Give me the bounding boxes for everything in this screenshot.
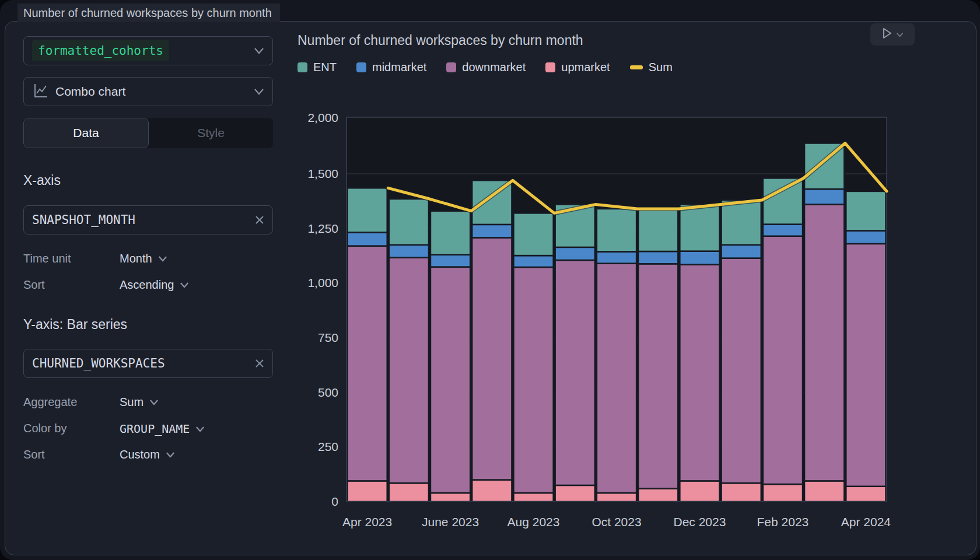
combo-chart-icon [32,82,48,101]
legend-box-swatch [356,62,366,72]
svg-text:1,500: 1,500 [307,167,338,180]
clear-field-icon[interactable] [255,359,264,368]
svg-text:Dec 2023: Dec 2023 [674,515,726,528]
legend-label: Sum [649,61,673,74]
x-sort-label: Sort [23,278,45,292]
x-axis-field-value: SNAPSHOT_MONTH [32,213,135,227]
tab-data[interactable]: Data [23,118,149,148]
legend-line-swatch [630,65,643,69]
legend-label: ENT [313,61,337,74]
x-axis-heading: X-axis [23,173,61,188]
aggregate-select[interactable]: Sum [120,396,159,409]
chart-type-value: Combo chart [55,85,125,99]
data-style-tabs: Data Style [23,118,273,148]
svg-text:Apr 2024: Apr 2024 [841,515,891,528]
svg-text:2,000: 2,000 [307,111,338,124]
tab-style[interactable]: Style [149,118,273,148]
series-sort-value: Custom [120,448,160,461]
y-axis-field[interactable]: CHURNED_WORKSPACES [23,349,273,378]
time-unit-select[interactable]: Month [120,252,167,265]
chevron-down-icon [180,282,189,288]
cell-title: Number of churned workspaces by churn mo… [18,4,280,22]
aggregate-label: Aggregate [23,396,77,409]
y-axis-heading: Y-axis: Bar series [23,317,127,332]
svg-text:Feb 2023: Feb 2023 [757,515,809,528]
chart-svg: 02505007501,0001,2501,5002,000Apr 2023Ju… [295,100,925,544]
x-axis-field[interactable]: SNAPSHOT_MONTH [23,205,273,235]
svg-text:Apr 2023: Apr 2023 [342,515,392,528]
color-by-select[interactable]: GROUP_NAME [120,422,205,436]
legend-item-downmarket[interactable]: downmarket [446,61,526,74]
clear-field-icon[interactable] [255,215,264,225]
chevron-down-icon [195,426,205,432]
time-unit-label: Time unit [23,252,71,265]
legend-item-midmarket[interactable]: midmarket [356,61,426,74]
y-axis-field-value: CHURNED_WORKSPACES [32,356,165,370]
time-unit-value: Month [120,252,152,265]
chart-title: Number of churned workspaces by churn mo… [298,33,583,48]
play-icon [882,27,892,41]
chevron-down-icon [254,47,264,54]
svg-text:750: 750 [318,331,338,344]
legend-box-swatch [446,62,456,72]
chevron-down-icon [149,399,159,405]
svg-text:250: 250 [318,440,338,453]
data-source-value: formatted_cohorts [32,40,169,61]
svg-text:1,250: 1,250 [307,222,338,235]
legend-item-ent[interactable]: ENT [298,61,337,74]
x-sort-value: Ascending [120,278,174,292]
svg-text:Aug 2023: Aug 2023 [508,515,560,528]
legend-item-upmarket[interactable]: upmarket [545,61,610,74]
series-sort-label: Sort [23,448,45,461]
color-by-value: GROUP_NAME [120,422,190,436]
chevron-down-icon [166,452,175,458]
aggregate-value: Sum [120,396,144,409]
data-source-select[interactable]: formatted_cohorts [23,36,273,65]
color-by-label: Color by [23,422,66,435]
svg-text:500: 500 [318,386,338,399]
chevron-down-icon [896,29,904,40]
svg-text:June 2023: June 2023 [422,515,479,528]
run-cell-button[interactable] [870,23,915,46]
legend-box-swatch [545,62,555,72]
chart-legend: ENTmidmarketdownmarketupmarketSum [298,61,673,74]
series-sort-select[interactable]: Custom [120,448,175,461]
svg-text:0: 0 [331,495,338,508]
legend-label: upmarket [561,61,610,74]
svg-text:1,000: 1,000 [307,276,338,289]
legend-label: downmarket [462,61,526,74]
chart-type-select[interactable]: Combo chart [23,77,273,106]
svg-text:Oct 2023: Oct 2023 [592,515,641,528]
legend-label: midmarket [372,61,426,74]
legend-box-swatch [298,62,307,72]
chevron-down-icon [254,88,264,95]
app-window: Number of churned workspaces by churn mo… [0,0,980,560]
legend-item-sum[interactable]: Sum [630,61,673,74]
x-sort-select[interactable]: Ascending [120,278,189,292]
chevron-down-icon [158,256,167,262]
